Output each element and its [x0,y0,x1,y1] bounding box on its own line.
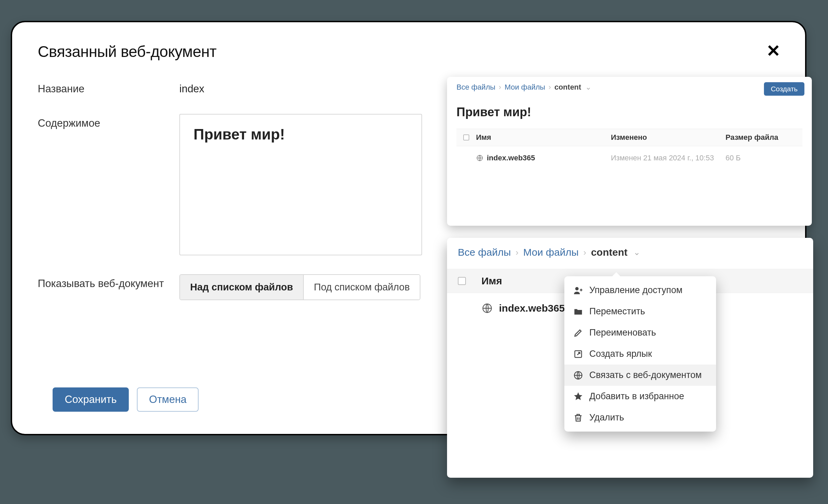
column-name[interactable]: Имя [476,133,611,142]
file-size: 60 Б [726,154,802,162]
breadcrumb-link[interactable]: Мои файлы [523,247,579,258]
breadcrumb-link[interactable]: Все файлы [456,83,495,92]
name-label: Название [38,80,179,95]
chevron-right-icon: › [499,83,501,92]
menu-item-label: Удалить [589,412,624,423]
position-below-option[interactable]: Под списком файлов [303,275,420,300]
file-name: index.web365 [487,154,535,162]
menu-item-label: Переименовать [589,327,656,338]
breadcrumb-link[interactable]: Мои файлы [505,83,545,92]
chevron-right-icon: › [549,83,551,92]
breadcrumb-current[interactable]: content [554,83,581,92]
chevron-right-icon: › [583,247,586,258]
web-doc-icon [573,370,583,380]
star-icon [573,391,583,402]
position-above-option[interactable]: Над списком файлов [180,275,303,300]
name-value[interactable]: index [179,80,204,95]
file-modified: Изменен 21 мая 2024 г., 10:53 [611,154,726,162]
menu-item-delete[interactable]: Удалить [564,407,716,428]
context-menu: Управление доступом Переместить Переимен… [564,276,716,432]
breadcrumb: Все файлы › Мои файлы › content ⌄ [447,247,813,258]
position-label: Показывать веб-документ [38,274,179,290]
dialog-title: Связанный веб-документ [38,42,779,61]
save-button[interactable]: Сохранить [53,387,129,412]
position-segmented: Над списком файлов Под списком файлов [179,274,420,300]
content-label: Содержимое [38,114,179,129]
table-header: Имя Изменено Размер файла [456,129,802,146]
folder-move-icon [573,307,583,317]
breadcrumb-link[interactable]: Все файлы [458,247,511,258]
menu-item-label: Управление доступом [589,285,682,295]
create-button[interactable]: Создать [764,82,804,96]
table-row[interactable]: index.web365 Изменен 21 мая 2024 г., 10:… [456,146,802,170]
breadcrumb-current[interactable]: content [591,247,627,258]
select-all-checkbox[interactable] [458,277,466,285]
column-size[interactable]: Размер файла [726,133,802,142]
menu-item-move[interactable]: Переместить [564,301,716,322]
file-browser-preview: Все файлы › Мои файлы › content ⌄ Создат… [447,77,812,226]
cancel-button[interactable]: Отмена [137,387,199,412]
select-all-checkbox[interactable] [463,134,469,140]
file-name: index.web365 [499,303,565,314]
chevron-down-icon[interactable]: ⌄ [633,248,640,257]
menu-item-shortcut[interactable]: Создать ярлык [564,343,716,365]
close-button[interactable] [764,41,783,60]
breadcrumb: Все файлы › Мои файлы › content ⌄ [456,83,802,92]
content-editor[interactable]: Привет мир! [179,114,422,255]
menu-item-label: Переместить [589,306,645,317]
web-doc-icon [481,303,493,314]
menu-item-label: Добавить в избранное [589,391,684,402]
content-editor-text: Привет мир! [194,126,408,143]
chevron-right-icon: › [515,247,519,258]
chevron-down-icon[interactable]: ⌄ [585,83,591,92]
pencil-icon [573,328,583,338]
menu-item-label: Связать с веб-документом [589,370,702,380]
folder-title: Привет мир! [456,105,802,119]
close-icon [767,44,780,57]
svg-point-2 [575,287,579,290]
menu-item-rename[interactable]: Переименовать [564,322,716,343]
menu-item-label: Создать ярлык [589,349,652,359]
web-doc-icon [476,154,483,162]
column-modified[interactable]: Изменено [611,133,726,142]
menu-item-favorite[interactable]: Добавить в избранное [564,386,716,407]
shortcut-icon [573,349,583,359]
user-plus-icon [573,285,583,295]
menu-item-access[interactable]: Управление доступом [564,280,716,301]
trash-icon [573,413,583,423]
menu-item-link-web-doc[interactable]: Связать с веб-документом [564,365,716,386]
